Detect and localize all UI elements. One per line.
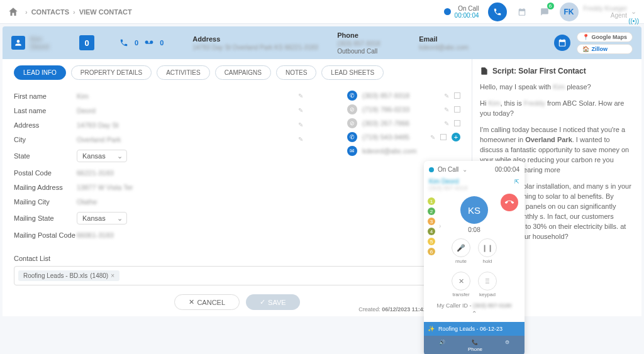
tab-campaigns[interactable]: CAMPAIGNS [215, 65, 271, 80]
checkbox[interactable] [440, 134, 447, 140]
phone-icon [119, 38, 128, 47]
zillow-button[interactable]: 🏠 Zillow [577, 44, 633, 54]
chevron-up-icon[interactable]: ⌃ [429, 310, 519, 317]
calendar-icon[interactable] [514, 4, 530, 19]
phone-icon[interactable]: ✆ [347, 91, 357, 101]
chevron-down-icon[interactable]: ⌄ [631, 8, 636, 16]
blocked-icon[interactable]: ⊘ [347, 118, 357, 128]
user-avatar[interactable]: FK [560, 3, 579, 21]
edit-icon[interactable]: ✎ [298, 136, 303, 143]
state-select[interactable]: Kansas [77, 150, 127, 162]
tab-lead-sheets[interactable]: LEAD SHEETS [321, 65, 384, 80]
phone-popup: On Call⌄ 00:00:04 Kim Deord⇱ (303) 857-9… [424, 161, 525, 354]
nav-settings[interactable]: ⚙ [505, 340, 509, 352]
phone-icon[interactable]: ✆ [347, 132, 357, 142]
contact-list-select[interactable]: Roofing Leads - BD.xls (1480) × ⌄ [14, 266, 460, 285]
save-button[interactable]: ✓ SAVE [246, 294, 300, 310]
edit-icon[interactable]: ✎ [298, 107, 303, 114]
call-status: On Call00:00:04 [444, 5, 479, 19]
edit-icon[interactable]: ✎ [298, 92, 303, 99]
google-maps-button[interactable]: 📍Google Maps [577, 32, 633, 42]
edit-icon[interactable]: ✎ [298, 121, 303, 128]
checkbox[interactable] [454, 120, 460, 126]
chevron-right-icon[interactable]: › [439, 223, 441, 230]
blocked-icon[interactable]: ⊘ [347, 104, 357, 114]
mute-button[interactable]: 🎤mute [452, 238, 470, 264]
script-icon [480, 67, 489, 75]
mail-icon[interactable]: ✉ [347, 146, 357, 156]
voicemail-icon [145, 38, 153, 47]
user-info: Freddy KruegerAgent [584, 5, 627, 19]
add-phone-button[interactable]: + [452, 133, 460, 141]
phone-button[interactable] [488, 3, 507, 21]
mail-state-select[interactable]: Kansas [77, 212, 127, 224]
calendar-button[interactable] [554, 35, 570, 51]
contact-header: ((•)) Kim Deord 0 0 0 Address 14783 Day … [3, 26, 641, 59]
breadcrumb: ›CONTACTS ›VIEW CONTACT [25, 8, 132, 16]
hold-button[interactable]: ❙❙hold [478, 238, 497, 264]
external-link-icon[interactable]: ⇱ [514, 179, 519, 185]
tab-activities[interactable]: ACTIVITIES [157, 65, 209, 80]
nav-phone[interactable]: 📞Phone [468, 340, 482, 352]
transfer-button[interactable]: ✕transfer [452, 272, 470, 297]
home-icon[interactable] [8, 6, 19, 18]
count-badge: 0 [79, 35, 94, 50]
tab-lead-info[interactable]: LEAD INFO [14, 65, 66, 80]
tab-notes[interactable]: NOTES [276, 65, 316, 80]
person-icon [11, 36, 25, 50]
campaign-bar[interactable]: ✨ Roofing Leads - 06-12-23 [424, 322, 525, 336]
chevron-down-icon[interactable]: ⌄ [462, 166, 467, 173]
keypad-button[interactable]: ⦙⦙⦙keypad [478, 272, 497, 297]
caller-avatar: KS [460, 196, 488, 224]
cancel-button[interactable]: ✕ CANCEL [174, 294, 240, 310]
chat-icon[interactable]: 6 [537, 4, 552, 19]
broadcast-icon: ((•)) [628, 18, 639, 25]
tab-property[interactable]: PROPERTY DETAILS [71, 65, 152, 80]
checkbox[interactable] [454, 92, 460, 99]
checkbox[interactable] [454, 106, 460, 113]
hangup-button[interactable] [501, 194, 518, 211]
remove-chip[interactable]: × [111, 272, 114, 279]
nav-speaker[interactable]: 🔊 [439, 340, 445, 352]
